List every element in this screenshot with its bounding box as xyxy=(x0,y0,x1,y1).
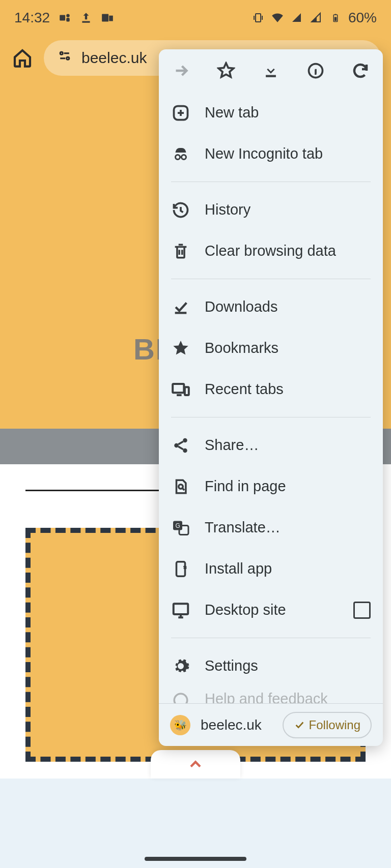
svg-point-15 xyxy=(176,155,180,159)
status-right: 60% xyxy=(252,10,377,26)
menu-clear-data[interactable]: Clear browsing data xyxy=(159,230,383,272)
find-in-page-icon xyxy=(171,477,190,496)
menu-bookmarks[interactable]: Bookmarks xyxy=(159,327,383,369)
check-icon xyxy=(294,720,305,731)
menu-divider xyxy=(171,182,371,182)
svg-point-10 xyxy=(60,52,63,54)
system-nav-bar xyxy=(0,779,391,868)
signal1-icon xyxy=(290,11,303,24)
menu-label: History xyxy=(205,201,250,218)
help-icon xyxy=(171,691,190,703)
menu-label: Translate… xyxy=(205,519,281,536)
svg-point-16 xyxy=(182,155,186,159)
install-icon xyxy=(171,559,190,579)
translate-icon: G xyxy=(171,518,190,537)
teams-icon xyxy=(58,11,71,24)
bookmark-button[interactable] xyxy=(215,59,237,82)
menu-label: Desktop site xyxy=(205,602,286,618)
desktop-icon xyxy=(171,601,190,620)
svg-point-11 xyxy=(67,57,69,59)
svg-rect-5 xyxy=(109,16,113,21)
chevron-up-icon xyxy=(186,755,205,773)
download-button[interactable] xyxy=(260,59,282,82)
menu-divider xyxy=(171,279,371,279)
status-bar: 14:32 60% xyxy=(0,0,391,36)
forward-button[interactable] xyxy=(170,59,192,82)
overflow-menu: New tab New Incognito tab History Clear … xyxy=(159,49,383,746)
nav-pill[interactable] xyxy=(145,857,246,861)
svg-point-21 xyxy=(183,448,187,453)
menu-label: Help and feedback xyxy=(205,691,328,703)
menu-label: Settings xyxy=(205,657,258,674)
menu-history[interactable]: History xyxy=(159,189,383,230)
gear-icon xyxy=(171,656,190,676)
vibrate-icon xyxy=(252,11,265,24)
menu-label: Install app xyxy=(205,560,272,577)
menu-footer: 🐝 beelec.uk Following xyxy=(159,703,383,746)
devices-icon xyxy=(171,380,190,399)
menu-settings[interactable]: Settings xyxy=(159,645,383,686)
svg-point-19 xyxy=(183,438,187,442)
menu-divider xyxy=(171,638,371,638)
menu-label: Share… xyxy=(205,437,259,454)
svg-rect-9 xyxy=(334,14,336,15)
svg-text:G: G xyxy=(176,522,180,529)
menu-label: New Incognito tab xyxy=(205,145,323,162)
menu-toolbar xyxy=(159,49,383,92)
svg-rect-27 xyxy=(174,604,188,614)
follow-button[interactable]: Following xyxy=(283,712,372,738)
bottom-sheet-handle[interactable] xyxy=(151,750,240,779)
menu-recent-tabs[interactable]: Recent tabs xyxy=(159,369,383,410)
menu-label: Downloads xyxy=(205,298,277,315)
svg-point-1 xyxy=(66,14,70,17)
status-left: 14:32 xyxy=(14,10,114,26)
svg-rect-12 xyxy=(266,75,276,77)
trash-icon xyxy=(171,242,190,261)
status-time: 14:32 xyxy=(14,10,50,26)
url-text: beelec.uk xyxy=(81,49,147,67)
reload-button[interactable] xyxy=(349,59,372,82)
home-button[interactable] xyxy=(10,46,35,70)
plus-square-icon xyxy=(171,103,190,123)
menu-label: Clear browsing data xyxy=(205,243,336,259)
footer-site: beelec.uk xyxy=(201,717,262,733)
svg-rect-17 xyxy=(173,383,184,392)
svg-rect-3 xyxy=(82,21,90,23)
share-icon xyxy=(171,436,190,455)
desktop-checkbox[interactable] xyxy=(353,602,371,619)
menu-help[interactable]: Help and feedback xyxy=(159,686,383,703)
upload-icon xyxy=(79,11,93,24)
menu-translate[interactable]: G Translate… xyxy=(159,507,383,548)
menu-share[interactable]: Share… xyxy=(159,425,383,466)
menu-items: New tab New Incognito tab History Clear … xyxy=(159,92,383,703)
info-button[interactable] xyxy=(304,59,327,82)
menu-label: Find in page xyxy=(205,478,286,495)
battery-text: 60% xyxy=(348,10,377,26)
star-icon xyxy=(171,339,190,358)
menu-new-tab[interactable]: New tab xyxy=(159,92,383,133)
battery-icon xyxy=(329,11,342,24)
svg-rect-4 xyxy=(102,14,108,21)
wifi-icon xyxy=(271,11,284,24)
svg-rect-6 xyxy=(256,14,261,22)
menu-desktop-site[interactable]: Desktop site xyxy=(159,589,383,631)
svg-rect-2 xyxy=(66,18,70,22)
outlook-icon xyxy=(101,11,114,24)
svg-rect-0 xyxy=(60,15,65,21)
svg-point-20 xyxy=(174,443,179,447)
menu-label: Recent tabs xyxy=(205,381,284,398)
incognito-icon xyxy=(171,144,190,164)
history-icon xyxy=(171,200,190,220)
menu-label: New tab xyxy=(205,104,259,121)
follow-label: Following xyxy=(309,718,360,732)
svg-point-28 xyxy=(174,694,187,703)
svg-rect-18 xyxy=(185,387,189,395)
menu-label: Bookmarks xyxy=(205,340,278,356)
menu-install-app[interactable]: Install app xyxy=(159,548,383,589)
menu-find[interactable]: Find in page xyxy=(159,466,383,507)
site-settings-icon xyxy=(57,49,72,68)
site-favicon: 🐝 xyxy=(170,715,190,735)
menu-downloads[interactable]: Downloads xyxy=(159,286,383,327)
svg-rect-8 xyxy=(334,17,337,21)
menu-incognito[interactable]: New Incognito tab xyxy=(159,133,383,174)
